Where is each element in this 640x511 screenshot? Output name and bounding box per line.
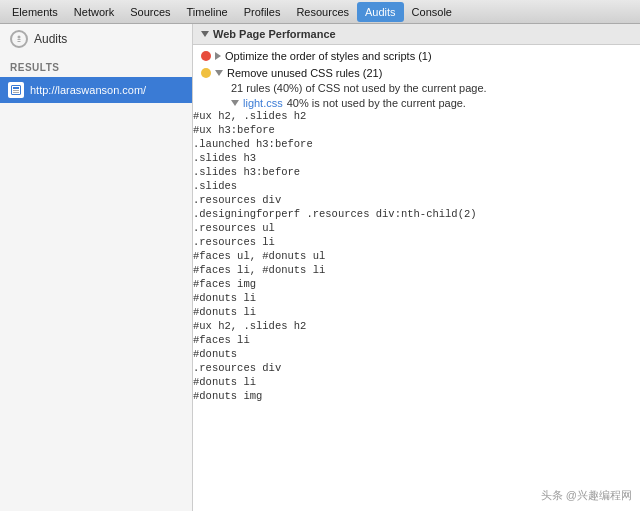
css-description: 21 rules (40%) of CSS not used by the cu… [193, 82, 640, 94]
css-rule-2: .launched h3:before [193, 137, 640, 151]
css-rule-12: #faces img [193, 277, 640, 291]
menu-bar: Elements Network Sources Timeline Profil… [0, 0, 640, 24]
css-rules-list: #ux h2, .slides h2 #ux h3:before .launch… [193, 109, 640, 403]
css-rule-6: .resources div [193, 193, 640, 207]
audit-item-css: Remove unused CSS rules (21) [193, 64, 640, 82]
css-rule-14: #donuts li [193, 305, 640, 319]
css-rule-8: .resources ul [193, 221, 640, 235]
section-header: Web Page Performance [193, 24, 640, 45]
audit-item-optimize: Optimize the order of styles and scripts… [193, 45, 640, 64]
sidebar-url-icon [8, 82, 24, 98]
audit-expand-css[interactable]: Remove unused CSS rules (21) [215, 67, 382, 79]
css-file-note: 40% is not used by the current page. [287, 97, 466, 109]
menu-profiles[interactable]: Profiles [236, 2, 289, 22]
css-rule-16: #faces li [193, 333, 640, 347]
css-rule-9: .resources li [193, 235, 640, 249]
css-rule-13: #donuts li [193, 291, 640, 305]
file-expand-icon [231, 100, 239, 106]
css-rule-7: .designingforperf .resources div:nth-chi… [193, 207, 640, 221]
audit-expand-optimize[interactable]: Optimize the order of styles and scripts… [215, 50, 432, 62]
menu-console[interactable]: Console [404, 2, 460, 22]
main-layout: Audits RESULTS http://laraswanson.com/ W… [0, 24, 640, 511]
sidebar-url-text: http://laraswanson.com/ [30, 84, 146, 96]
sidebar-url-item[interactable]: http://laraswanson.com/ [0, 77, 192, 103]
status-dot-yellow [201, 68, 211, 78]
svg-rect-1 [18, 39, 21, 40]
expand-icon-optimize [215, 52, 221, 60]
results-label: RESULTS [0, 54, 192, 77]
menu-sources[interactable]: Sources [122, 2, 178, 22]
css-file-link[interactable]: light.css [243, 97, 283, 109]
css-rule-10: #faces ul, #donuts ul [193, 249, 640, 263]
css-rule-18: .resources div [193, 361, 640, 375]
section-title: Web Page Performance [213, 28, 336, 40]
menu-network[interactable]: Network [66, 2, 122, 22]
expand-icon-css [215, 70, 223, 76]
css-rule-15: #ux h2, .slides h2 [193, 319, 640, 333]
css-file-row: light.css 40% is not used by the current… [193, 94, 640, 109]
menu-timeline[interactable]: Timeline [179, 2, 236, 22]
css-description-text: 21 rules (40%) of CSS not used by the cu… [231, 82, 487, 94]
css-rule-5: .slides [193, 179, 640, 193]
menu-resources[interactable]: Resources [288, 2, 357, 22]
svg-point-0 [18, 36, 21, 39]
content-panel[interactable]: Web Page Performance Optimize the order … [193, 24, 640, 511]
sidebar: Audits RESULTS http://laraswanson.com/ [0, 24, 193, 511]
css-rule-3: .slides h3 [193, 151, 640, 165]
section-expand-icon [201, 31, 209, 37]
menu-audits[interactable]: Audits [357, 2, 404, 22]
audit-title-optimize: Optimize the order of styles and scripts… [225, 50, 432, 62]
css-rule-20: #donuts img [193, 389, 640, 403]
status-dot-red [201, 51, 211, 61]
audits-icon [10, 30, 28, 48]
css-rule-17: #donuts [193, 347, 640, 361]
css-rule-1: #ux h3:before [193, 123, 640, 137]
svg-rect-2 [18, 41, 21, 42]
audits-title-row: Audits [0, 24, 192, 54]
css-rule-0: #ux h2, .slides h2 [193, 109, 640, 123]
audit-title-css: Remove unused CSS rules (21) [227, 67, 382, 79]
css-rule-19: #donuts li [193, 375, 640, 389]
audits-title-text: Audits [34, 32, 67, 46]
css-rule-11: #faces li, #donuts li [193, 263, 640, 277]
css-rule-4: .slides h3:before [193, 165, 640, 179]
menu-elements[interactable]: Elements [4, 2, 66, 22]
